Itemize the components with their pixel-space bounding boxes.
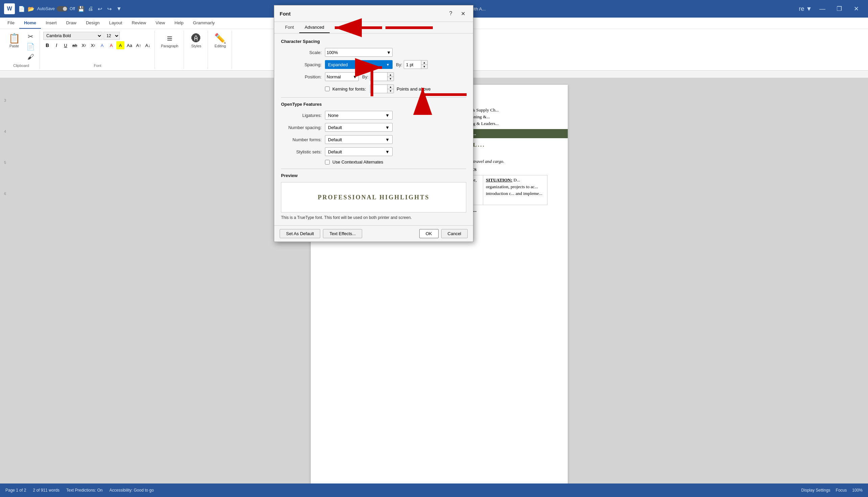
pos-spinner-down[interactable]: ▼ bbox=[387, 77, 394, 81]
accessibility[interactable]: Accessibility: Good to go bbox=[110, 488, 154, 493]
text-effects-button[interactable]: A bbox=[98, 41, 106, 49]
tab-grammarly[interactable]: Grammarly bbox=[188, 17, 219, 29]
ligatures-select[interactable]: None ▼ bbox=[325, 111, 392, 119]
display-settings[interactable]: Display Settings bbox=[801, 488, 830, 493]
text-effects-btn[interactable]: Text Effects... bbox=[323, 229, 362, 238]
ok-btn[interactable]: OK bbox=[419, 229, 439, 238]
cancel-btn[interactable]: Cancel bbox=[441, 229, 468, 238]
styles-content: 🅐 Styles bbox=[187, 32, 205, 68]
font-size-select[interactable]: 12 bbox=[104, 32, 120, 40]
underline-button[interactable]: U bbox=[61, 41, 70, 49]
number-forms-select[interactable]: Default ▼ bbox=[325, 135, 392, 144]
kerning-spinner-input[interactable] bbox=[370, 85, 387, 93]
set-as-default-btn[interactable]: Set As Default bbox=[280, 229, 320, 238]
accessibility-text: Accessibility: Good to go bbox=[110, 488, 154, 493]
focus-text: Focus bbox=[836, 488, 847, 493]
zoom-level[interactable]: 100% bbox=[852, 488, 863, 493]
page-margin-numbers: 3 4 5 6 bbox=[0, 78, 10, 497]
highlight-button[interactable]: A bbox=[116, 41, 124, 49]
paste-button[interactable]: 📋 Paste bbox=[5, 32, 23, 50]
paragraph-button[interactable]: ≡ Paragraph bbox=[158, 32, 181, 50]
autosave-toggle[interactable]: AutoSave Off bbox=[37, 6, 75, 12]
subscript-button[interactable]: X2 bbox=[80, 41, 88, 49]
copy-button[interactable]: 📄 bbox=[24, 42, 37, 51]
spacing-value: Expanded bbox=[328, 62, 348, 67]
spacing-spinner-input[interactable] bbox=[404, 60, 421, 69]
tab-design[interactable]: Design bbox=[81, 17, 104, 29]
spinner-up[interactable]: ▲ bbox=[421, 60, 427, 65]
tab-home[interactable]: Home bbox=[19, 17, 41, 29]
editing-button[interactable]: ✏️ Editing bbox=[211, 32, 229, 50]
autosave-switch[interactable] bbox=[57, 6, 68, 12]
tab-review[interactable]: Review bbox=[127, 17, 151, 29]
position-spinner-input[interactable] bbox=[370, 73, 387, 81]
case-button[interactable]: Aa bbox=[125, 41, 134, 49]
new-doc-icon[interactable]: 📄 bbox=[18, 5, 25, 12]
decrease-font-button[interactable]: A↓ bbox=[144, 41, 152, 49]
kerning-checkbox[interactable] bbox=[325, 86, 330, 91]
tab-view[interactable]: View bbox=[151, 17, 170, 29]
open-icon[interactable]: 📂 bbox=[28, 5, 35, 12]
tab-file[interactable]: File bbox=[3, 17, 19, 29]
ribbon-group-styles: 🅐 Styles bbox=[184, 30, 208, 69]
kern-up[interactable]: ▲ bbox=[387, 85, 394, 89]
minimize-btn[interactable]: — bbox=[815, 3, 830, 14]
divider-1 bbox=[281, 97, 466, 98]
ligatures-value: None bbox=[328, 113, 339, 118]
spinner-down[interactable]: ▼ bbox=[421, 65, 427, 69]
save-icon[interactable]: 💾 bbox=[78, 5, 84, 12]
cut-button[interactable]: ✂ bbox=[24, 32, 37, 41]
spacing-select[interactable]: Expanded ▼ bbox=[325, 60, 392, 69]
strikethrough-button[interactable]: ab bbox=[71, 41, 79, 49]
opentype-title: OpenType Features bbox=[281, 102, 466, 107]
tab-layout[interactable]: Layout bbox=[104, 17, 127, 29]
styles-button[interactable]: 🅐 Styles bbox=[187, 32, 205, 50]
pos-spinner-up[interactable]: ▲ bbox=[387, 73, 394, 77]
format-painter-button[interactable]: 🖌 bbox=[24, 52, 37, 61]
scale-label: Scale: bbox=[281, 50, 321, 55]
dialog-tab-advanced[interactable]: Advanced bbox=[299, 22, 330, 33]
restore-btn[interactable]: ❐ bbox=[831, 3, 847, 14]
kerning-spinner[interactable]: ▲ ▼ bbox=[370, 84, 394, 93]
display-settings-text: Display Settings bbox=[801, 488, 830, 493]
close-btn[interactable]: ✕ bbox=[849, 3, 864, 14]
font-color-button[interactable]: A bbox=[107, 41, 115, 49]
kerning-btns: ▲ ▼ bbox=[387, 85, 394, 93]
stylistic-sets-select[interactable]: Default ▼ bbox=[325, 147, 392, 156]
spacing-spinner[interactable]: ▲ ▼ bbox=[404, 60, 428, 69]
dialog-close-btn[interactable]: ✕ bbox=[458, 9, 468, 18]
ribbon-collapse-btn[interactable]: re ▼ bbox=[798, 3, 813, 14]
kern-down[interactable]: ▼ bbox=[387, 89, 394, 93]
spacing-by-label: By: bbox=[396, 62, 402, 67]
scale-select[interactable]: 100% ▼ bbox=[325, 48, 392, 57]
position-select[interactable]: Normal ▼ bbox=[325, 72, 359, 81]
tab-help[interactable]: Help bbox=[170, 17, 188, 29]
undo-icon[interactable]: ↩ bbox=[97, 5, 104, 12]
more-icon[interactable]: ▼ bbox=[116, 5, 122, 12]
superscript-button[interactable]: X2 bbox=[89, 41, 97, 49]
focus-mode[interactable]: Focus bbox=[836, 488, 847, 493]
tab-draw[interactable]: Draw bbox=[61, 17, 81, 29]
position-by-label: By: bbox=[362, 74, 369, 80]
ribbon-group-editing: ✏️ Editing bbox=[209, 30, 232, 69]
bold-button[interactable]: B bbox=[43, 41, 51, 49]
text-predictions[interactable]: Text Predictions: On bbox=[66, 488, 102, 493]
copy-icon: 📄 bbox=[26, 43, 35, 50]
italic-button[interactable]: I bbox=[52, 41, 60, 49]
print-icon[interactable]: 🖨 bbox=[87, 5, 94, 12]
number-spacing-select[interactable]: Default ▼ bbox=[325, 123, 392, 132]
spacing-row: Spacing: Expanded ▼ By: ▲ ▼ bbox=[281, 60, 466, 69]
font-name-select[interactable]: Cambria Bold bbox=[43, 32, 102, 40]
spinner-btns: ▲ ▼ bbox=[421, 60, 427, 69]
tab-insert[interactable]: Insert bbox=[41, 17, 61, 29]
contextual-checkbox[interactable] bbox=[325, 160, 330, 165]
scale-row: Scale: 100% ▼ bbox=[281, 48, 466, 57]
redo-icon[interactable]: ↪ bbox=[106, 5, 113, 12]
increase-font-button[interactable]: A↑ bbox=[135, 41, 143, 49]
position-spinner[interactable]: ▲ ▼ bbox=[370, 72, 394, 81]
dialog-help-btn[interactable]: ? bbox=[446, 9, 455, 18]
kerning-points-label: Points and above bbox=[397, 86, 430, 91]
number-spacing-label: Number spacing: bbox=[281, 125, 321, 130]
kerning-row: Kerning for fonts: ▲ ▼ Points and above bbox=[281, 84, 466, 93]
dialog-tab-font[interactable]: Font bbox=[280, 22, 299, 33]
